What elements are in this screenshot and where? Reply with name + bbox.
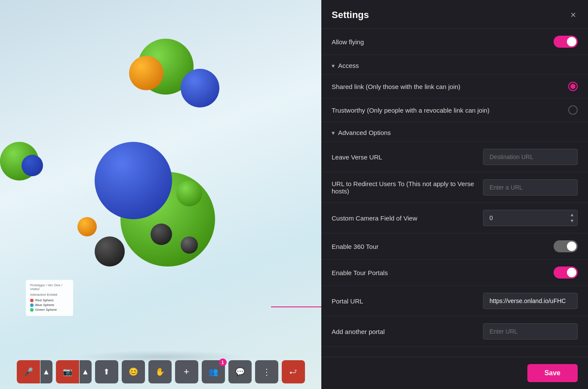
enable-tour-portals-toggle[interactable] (554, 266, 578, 279)
chat-icon: 💬 (235, 367, 245, 377)
enable-360-tour-label: Enable 360 Tour (332, 243, 554, 250)
settings-panel: Settings × Allow flying ▾ Access Shared … (321, 0, 588, 389)
redirect-url-label: URL to Redirect Users To (This not apply… (332, 180, 483, 195)
leave-verse-url-label: Leave Verse URL (332, 153, 483, 161)
redirect-url-input[interactable] (483, 179, 578, 196)
viewport: Prototype / Ver One / Visitor Interactiv… (0, 0, 321, 389)
close-button[interactable]: × (569, 9, 578, 21)
mic-caret[interactable]: ▲ (40, 360, 52, 383)
allow-flying-row: Allow flying (321, 29, 588, 55)
leave-verse-url-input[interactable] (483, 149, 578, 165)
camera-icon: 📷 (63, 367, 72, 377)
balloon-orange (129, 56, 163, 90)
balloon-blue-large (95, 142, 172, 219)
balloon-scene (52, 34, 288, 292)
camera-button[interactable]: 📷 (56, 360, 79, 383)
add-icon: + (184, 366, 189, 377)
chat-button[interactable]: 💬 (228, 360, 252, 383)
exit-icon: ⮐ (289, 368, 297, 377)
shared-link-label: Shared link (Only those with the link ca… (332, 83, 568, 90)
add-portal-row: Add another portal (321, 316, 588, 347)
enable-tour-portals-label: Enable Tour Portals (332, 269, 554, 276)
advanced-section-title: Advanced Options (338, 129, 391, 136)
balloon-green-small-left (176, 181, 202, 206)
balloon-blue-med (181, 69, 219, 107)
camera-fov-label: Custom Camera Field of View (332, 214, 483, 222)
camera-fov-spinners: ▲ ▼ (568, 212, 576, 224)
access-section-header[interactable]: ▾ Access (321, 55, 588, 75)
info-card: Prototype / Ver One / Visitor Interactiv… (26, 280, 73, 316)
access-chevron[interactable]: ▾ (332, 62, 335, 69)
toolbar: 🎤 ▲ 📷 ▲ ⬆ 😊 ✋ + 👥 (0, 355, 321, 389)
trustworthy-radio[interactable] (568, 105, 578, 115)
allow-flying-label: Allow flying (332, 38, 554, 46)
access-section-title: Access (338, 62, 359, 69)
add-portal-input[interactable] (483, 323, 578, 340)
allow-flying-toggle[interactable] (554, 36, 578, 48)
enable-360-tour-toggle[interactable] (554, 240, 578, 252)
people-badge: 1 (219, 358, 227, 366)
chevron-up-icon-2: ▲ (82, 368, 89, 377)
enable-tour-portals-row: Enable Tour Portals (321, 260, 588, 286)
leave-verse-url-row: Leave Verse URL (321, 142, 588, 172)
panel-footer: Save (321, 357, 588, 389)
shared-link-row: Shared link (Only those with the link ca… (321, 75, 588, 98)
people-icon: 👥 (209, 367, 218, 377)
enable-tour-portals-slider (554, 266, 578, 279)
emoji-button[interactable]: 😊 (122, 360, 145, 383)
portal-url-label: Portal URL (332, 297, 483, 305)
balloon-black-2 (151, 224, 172, 245)
share-button[interactable]: ⬆ (95, 360, 118, 383)
share-icon: ⬆ (103, 367, 110, 377)
panel-title: Settings (332, 9, 369, 21)
save-button[interactable]: Save (527, 364, 578, 382)
shared-link-radio[interactable] (568, 82, 578, 91)
hand-button[interactable]: ✋ (148, 360, 172, 383)
panel-header: Settings × (321, 0, 588, 29)
allow-flying-slider (554, 36, 578, 48)
trustworthy-label: Trustworthy (Only people with a revocabl… (332, 107, 568, 114)
balloon-orange-small (77, 217, 97, 236)
add-button[interactable]: + (175, 360, 198, 383)
enable-360-tour-slider (554, 240, 578, 252)
enable-360-tour-row: Enable 360 Tour (321, 233, 588, 260)
advanced-section-header[interactable]: ▾ Advanced Options (321, 122, 588, 142)
camera-fov-wrapper: ▲ ▼ (483, 210, 578, 226)
portal-url-row: Portal URL (321, 286, 588, 316)
mic-group: 🎤 ▲ (17, 360, 52, 383)
trustworthy-row: Trustworthy (Only people with a revocabl… (321, 98, 588, 122)
hand-icon: ✋ (155, 367, 165, 377)
camera-fov-row: Custom Camera Field of View ▲ ▼ (321, 203, 588, 233)
advanced-chevron[interactable]: ▾ (332, 129, 335, 136)
panel-content[interactable]: Allow flying ▾ Access Shared link (Only … (321, 29, 588, 357)
camera-fov-input[interactable] (483, 210, 578, 226)
add-portal-label: Add another portal (332, 328, 483, 335)
camera-fov-down[interactable]: ▼ (568, 218, 576, 224)
chevron-up-icon: ▲ (43, 368, 50, 377)
camera-caret[interactable]: ▲ (80, 360, 92, 383)
more-button[interactable]: ⋮ (255, 360, 278, 383)
camera-fov-up[interactable]: ▲ (568, 212, 576, 217)
arrow-pointer (271, 304, 321, 309)
people-button[interactable]: 👥 1 (202, 360, 225, 383)
redirect-url-row: URL to Redirect Users To (This not apply… (321, 172, 588, 203)
balloon-left-cluster (0, 142, 39, 181)
mic-button[interactable]: 🎤 (17, 360, 40, 383)
balloon-black-1 (95, 236, 125, 266)
exit-button[interactable]: ⮐ (282, 360, 305, 383)
emoji-icon: 😊 (129, 367, 138, 377)
balloon-black-3 (181, 236, 198, 254)
arrow-line (271, 306, 321, 307)
portal-url-input[interactable] (483, 293, 578, 309)
camera-group: 📷 ▲ (56, 360, 92, 383)
more-icon: ⋮ (262, 367, 271, 377)
mic-icon: 🎤 (24, 367, 33, 377)
